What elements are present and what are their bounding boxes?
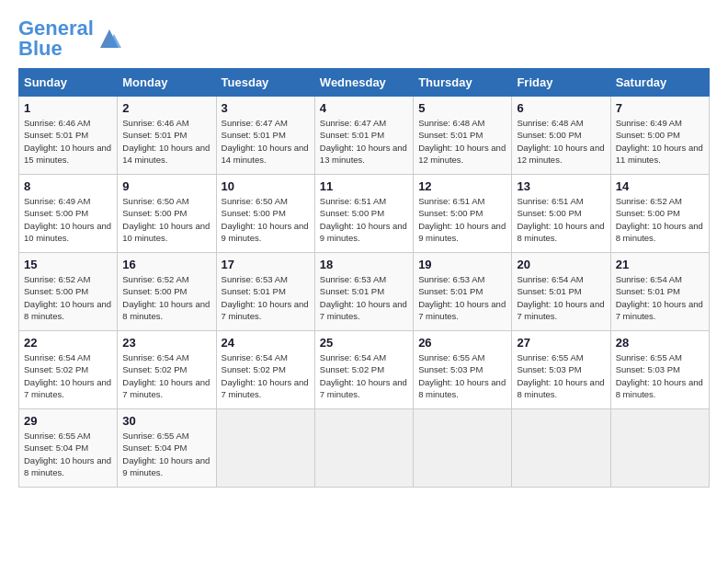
day-info: Sunrise: 6:50 AM Sunset: 5:00 PM Dayligh… xyxy=(222,195,310,244)
sunset-text: Sunset: 5:02 PM xyxy=(222,364,286,374)
daylight-text: Daylight: 10 hours and 7 minutes. xyxy=(222,299,309,321)
calendar-cell: 17 Sunrise: 6:53 AM Sunset: 5:01 PM Dayl… xyxy=(216,253,314,331)
calendar-cell: 2 Sunrise: 6:46 AM Sunset: 5:01 PM Dayli… xyxy=(118,97,216,175)
sunrise-text: Sunrise: 6:53 AM xyxy=(320,274,386,284)
calendar-cell: 20 Sunrise: 6:54 AM Sunset: 5:01 PM Dayl… xyxy=(512,253,610,331)
sunset-text: Sunset: 5:01 PM xyxy=(418,130,483,140)
calendar-cell: 11 Sunrise: 6:51 AM Sunset: 5:00 PM Dayl… xyxy=(314,175,413,253)
daylight-text: Daylight: 10 hours and 15 minutes. xyxy=(24,143,111,165)
sunrise-text: Sunrise: 6:47 AM xyxy=(222,118,288,128)
sunrise-text: Sunrise: 6:50 AM xyxy=(222,196,288,206)
day-number: 17 xyxy=(222,258,310,271)
sunset-text: Sunset: 5:00 PM xyxy=(517,130,581,140)
sunset-text: Sunset: 5:03 PM xyxy=(517,364,581,374)
daylight-text: Daylight: 10 hours and 7 minutes. xyxy=(122,377,210,399)
daylight-text: Daylight: 10 hours and 7 minutes. xyxy=(320,299,407,321)
day-number: 13 xyxy=(517,179,605,193)
calendar-cell: 26 Sunrise: 6:55 AM Sunset: 5:03 PM Dayl… xyxy=(414,331,512,409)
day-number: 14 xyxy=(616,179,704,193)
daylight-text: Daylight: 10 hours and 13 minutes. xyxy=(320,143,407,165)
sunrise-text: Sunrise: 6:55 AM xyxy=(616,352,682,362)
calendar-week-row: 8 Sunrise: 6:49 AM Sunset: 5:00 PM Dayli… xyxy=(19,175,710,253)
sunrise-text: Sunrise: 6:51 AM xyxy=(517,196,583,206)
day-info: Sunrise: 6:54 AM Sunset: 5:01 PM Dayligh… xyxy=(616,273,704,322)
daylight-text: Daylight: 10 hours and 8 minutes. xyxy=(517,221,604,243)
sunset-text: Sunset: 5:04 PM xyxy=(122,442,187,453)
day-number: 8 xyxy=(24,179,112,193)
sunrise-text: Sunrise: 6:54 AM xyxy=(24,352,90,362)
day-info: Sunrise: 6:46 AM Sunset: 5:01 PM Dayligh… xyxy=(24,117,112,166)
sunrise-text: Sunrise: 6:54 AM xyxy=(222,352,288,362)
daylight-text: Daylight: 10 hours and 9 minutes. xyxy=(320,221,407,243)
sunset-text: Sunset: 5:00 PM xyxy=(616,130,680,140)
sunset-text: Sunset: 5:01 PM xyxy=(122,130,187,140)
sunrise-text: Sunrise: 6:55 AM xyxy=(24,431,90,441)
day-number: 27 xyxy=(517,336,605,350)
daylight-text: Daylight: 10 hours and 7 minutes. xyxy=(517,299,604,321)
day-info: Sunrise: 6:49 AM Sunset: 5:00 PM Dayligh… xyxy=(616,117,704,166)
day-info: Sunrise: 6:55 AM Sunset: 5:03 PM Dayligh… xyxy=(616,351,704,400)
calendar-cell: 28 Sunrise: 6:55 AM Sunset: 5:03 PM Dayl… xyxy=(610,331,709,409)
calendar-cell: 22 Sunrise: 6:54 AM Sunset: 5:02 PM Dayl… xyxy=(19,331,118,409)
sunrise-text: Sunrise: 6:49 AM xyxy=(24,196,90,206)
day-info: Sunrise: 6:53 AM Sunset: 5:01 PM Dayligh… xyxy=(418,273,506,322)
calendar-cell: 18 Sunrise: 6:53 AM Sunset: 5:01 PM Dayl… xyxy=(314,253,413,331)
daylight-text: Daylight: 10 hours and 10 minutes. xyxy=(24,221,111,243)
day-number: 3 xyxy=(222,101,310,115)
calendar-cell: 9 Sunrise: 6:50 AM Sunset: 5:00 PM Dayli… xyxy=(118,175,216,253)
calendar-cell: 12 Sunrise: 6:51 AM Sunset: 5:00 PM Dayl… xyxy=(414,175,512,253)
day-number: 22 xyxy=(24,336,112,350)
day-info: Sunrise: 6:54 AM Sunset: 5:01 PM Dayligh… xyxy=(517,273,605,322)
day-info: Sunrise: 6:48 AM Sunset: 5:00 PM Dayligh… xyxy=(517,117,605,166)
calendar-body: 1 Sunrise: 6:46 AM Sunset: 5:01 PM Dayli… xyxy=(19,97,710,488)
day-info: Sunrise: 6:51 AM Sunset: 5:00 PM Dayligh… xyxy=(320,195,408,244)
sunrise-text: Sunrise: 6:46 AM xyxy=(24,118,90,128)
daylight-text: Daylight: 10 hours and 7 minutes. xyxy=(222,377,309,399)
calendar-cell: 29 Sunrise: 6:55 AM Sunset: 5:04 PM Dayl… xyxy=(19,409,118,488)
sunrise-text: Sunrise: 6:53 AM xyxy=(418,274,484,284)
day-of-week-header: Friday xyxy=(512,69,610,97)
day-of-week-header: Thursday xyxy=(414,69,512,97)
daylight-text: Daylight: 10 hours and 10 minutes. xyxy=(122,221,210,243)
sunset-text: Sunset: 5:03 PM xyxy=(418,364,483,374)
calendar-cell: 4 Sunrise: 6:47 AM Sunset: 5:01 PM Dayli… xyxy=(314,97,413,175)
calendar-cell: 15 Sunrise: 6:52 AM Sunset: 5:00 PM Dayl… xyxy=(19,253,118,331)
calendar-cell: 27 Sunrise: 6:55 AM Sunset: 5:03 PM Dayl… xyxy=(512,331,610,409)
day-number: 20 xyxy=(517,258,605,271)
calendar-cell: 6 Sunrise: 6:48 AM Sunset: 5:00 PM Dayli… xyxy=(512,97,610,175)
day-of-week-header: Tuesday xyxy=(216,69,314,97)
day-info: Sunrise: 6:50 AM Sunset: 5:00 PM Dayligh… xyxy=(122,195,210,244)
sunrise-text: Sunrise: 6:53 AM xyxy=(222,274,288,284)
calendar-cell: 24 Sunrise: 6:54 AM Sunset: 5:02 PM Dayl… xyxy=(216,331,314,409)
sunrise-text: Sunrise: 6:54 AM xyxy=(320,352,386,362)
day-info: Sunrise: 6:49 AM Sunset: 5:00 PM Dayligh… xyxy=(24,195,112,244)
calendar-cell xyxy=(216,409,314,488)
calendar-cell: 30 Sunrise: 6:55 AM Sunset: 5:04 PM Dayl… xyxy=(118,409,216,488)
day-number: 1 xyxy=(24,101,112,115)
sunset-text: Sunset: 5:04 PM xyxy=(24,442,88,453)
day-info: Sunrise: 6:53 AM Sunset: 5:01 PM Dayligh… xyxy=(320,273,408,322)
day-number: 16 xyxy=(122,258,210,271)
daylight-text: Daylight: 10 hours and 9 minutes. xyxy=(222,221,309,243)
day-info: Sunrise: 6:51 AM Sunset: 5:00 PM Dayligh… xyxy=(517,195,605,244)
daylight-text: Daylight: 10 hours and 8 minutes. xyxy=(616,377,703,399)
day-number: 7 xyxy=(616,101,704,115)
calendar-cell xyxy=(512,409,610,488)
day-number: 29 xyxy=(24,414,112,428)
day-number: 26 xyxy=(418,336,506,350)
calendar-week-row: 1 Sunrise: 6:46 AM Sunset: 5:01 PM Dayli… xyxy=(19,97,710,175)
day-info: Sunrise: 6:51 AM Sunset: 5:00 PM Dayligh… xyxy=(418,195,506,244)
day-number: 30 xyxy=(122,414,210,428)
day-number: 5 xyxy=(418,101,506,115)
daylight-text: Daylight: 10 hours and 9 minutes. xyxy=(418,221,506,243)
sunrise-text: Sunrise: 6:55 AM xyxy=(517,352,583,362)
sunset-text: Sunset: 5:00 PM xyxy=(122,286,187,296)
calendar-cell: 19 Sunrise: 6:53 AM Sunset: 5:01 PM Dayl… xyxy=(414,253,512,331)
day-of-week-header: Monday xyxy=(118,69,216,97)
calendar-week-row: 15 Sunrise: 6:52 AM Sunset: 5:00 PM Dayl… xyxy=(19,253,710,331)
sunset-text: Sunset: 5:02 PM xyxy=(320,364,384,374)
day-number: 6 xyxy=(517,101,605,115)
sunrise-text: Sunrise: 6:48 AM xyxy=(418,118,484,128)
calendar-cell: 10 Sunrise: 6:50 AM Sunset: 5:00 PM Dayl… xyxy=(216,175,314,253)
daylight-text: Daylight: 10 hours and 14 minutes. xyxy=(222,143,309,165)
